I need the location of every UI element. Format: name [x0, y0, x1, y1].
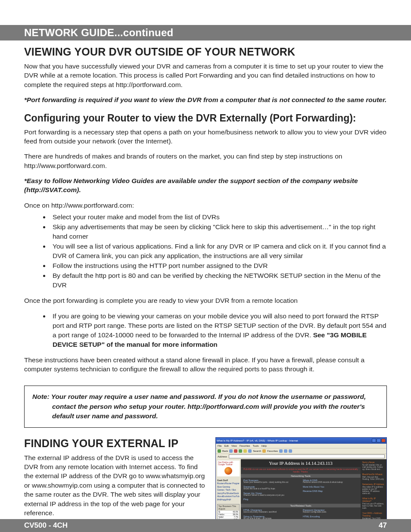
- section2-p3: Once on http://www.portforward.com:: [24, 201, 387, 210]
- tool-desc: Performs various DNS records & whois loo…: [303, 482, 358, 484]
- sidebar-link[interactable]: PHPHelp/PHP: [217, 498, 240, 502]
- search-icon[interactable]: [248, 449, 252, 453]
- print-icon[interactable]: [289, 449, 292, 453]
- section2-p1: Port forwarding is a necessary step that…: [24, 128, 387, 146]
- section2-list1: Select your router make and model from t…: [50, 212, 387, 290]
- menu-item[interactable]: Tools: [253, 445, 259, 447]
- section2-note: *Easy to follow Networking Video Guides …: [24, 176, 387, 195]
- history-icon[interactable]: [279, 449, 283, 453]
- stop-icon[interactable]: [234, 449, 237, 453]
- forward-icon[interactable]: [229, 449, 233, 453]
- tool-desc: Shows the route to a host/IP by hops: [243, 488, 299, 490]
- panel-title-networking: Networking Tools: [241, 474, 361, 478]
- ad-heading[interactable]: Sorry y'know: [362, 461, 385, 464]
- refresh-icon[interactable]: [239, 449, 242, 453]
- ad-text: Also takes IP & address guides to your I…: [362, 486, 385, 495]
- section3-text: FINDING YOUR EXTERNAL IP The external IP…: [24, 437, 206, 532]
- ip-heading: Your IP Address is 14.14.243.113: [241, 459, 361, 467]
- favorites-label: Favorites: [267, 450, 278, 452]
- tool-link[interactable]: Reverse DNS Map: [303, 490, 358, 492]
- section2-heading: Configuring your Router to view the DVR …: [24, 112, 387, 124]
- ad-heading[interactable]: BlackHostSir Whatsit: [362, 473, 385, 476]
- content-area: VIEWING YOUR DVR OUTSIDE OF YOUR NETWORK…: [0, 40, 411, 532]
- page-footer: CV500 - 4CH 47: [0, 519, 411, 532]
- ad-text: Meh, they got that; Hosting; Color; DNS …: [362, 476, 385, 480]
- window-title: What Is My IP Address? - IP (v4, v6, DNS…: [217, 439, 298, 442]
- ad-heading[interactable]: Your DNS + Address Tracking: [362, 512, 385, 517]
- note-box-text: Note: Your router may require a user nam…: [32, 392, 379, 421]
- tool-desc: Checks if server is dead to everyone or …: [243, 495, 299, 497]
- section2-list2: If you are going to be viewing your came…: [50, 311, 387, 349]
- tool-desc: Scans your firewall for ports - slowly w…: [243, 482, 299, 484]
- minimize-button[interactable]: [372, 439, 376, 442]
- promo-text: Get Firefox with Google Toolbar: [218, 461, 233, 466]
- panel-title-text: Text/Related Tools: [241, 504, 361, 507]
- sidebar-link[interactable]: Games / Tech / Slot: [217, 488, 240, 492]
- list-item: Select your router make and model from t…: [50, 212, 387, 222]
- section2-p4: Once the port forwarding is complete you…: [24, 296, 387, 305]
- sidebar-link[interactable]: AboutEvolution/YouTube: [217, 495, 240, 498]
- footer-page: 47: [379, 521, 387, 530]
- menu-item[interactable]: Help: [262, 445, 267, 447]
- menu-item[interactable]: Edit: [224, 445, 229, 447]
- firefox-icon: [224, 467, 232, 475]
- tool-link[interactable]: HTML Encoding: [303, 515, 358, 518]
- address-input[interactable]: [229, 454, 385, 458]
- section1-note: *Port forwarding is required if you want…: [24, 95, 387, 104]
- tool-link[interactable]: Ping: [243, 498, 299, 501]
- section1-heading: VIEWING YOUR DVR OUTSIDE OF YOUR NETWORK: [24, 46, 387, 58]
- sidebar-link[interactable]: Routers/Router Programs: [217, 482, 240, 485]
- window-titlebar: What Is My IP Address? - IP (v4, v6, DNS…: [216, 438, 386, 444]
- maximize-button[interactable]: [377, 439, 381, 442]
- footer-model: CV500 - 4CH: [24, 521, 68, 530]
- home-icon[interactable]: [243, 449, 247, 453]
- list-item: Follow the instructions using the HTTP p…: [50, 261, 387, 271]
- firefox-promo[interactable]: Get Firefox with Google Toolbar: [217, 460, 240, 476]
- address-bar: Address: [216, 454, 386, 459]
- note-box: Note: Your router may require a user nam…: [24, 386, 387, 427]
- sidebar-links: Geek Stuff Routers/Router Programs Slow …: [217, 479, 240, 502]
- browsers-header: Top Browsers This August: [218, 504, 239, 510]
- ad-text: Find out your IP address, learn to hide,…: [362, 503, 385, 509]
- mail-icon[interactable]: [284, 449, 287, 453]
- tool-desc: Random configurable pwds: [303, 511, 358, 513]
- search-label: Search: [253, 450, 261, 452]
- browser-screenshot: What Is My IP Address? - IP (v4, v6, DNS…: [215, 437, 387, 532]
- ad-heading[interactable]: Netsetsecu IP Address: [362, 483, 385, 485]
- tool-link[interactable]: More Info About You: [303, 485, 358, 488]
- panel-networking: Port ScannersScans your firewall for por…: [241, 478, 361, 504]
- page-header: NETWORK GUIDE...continued: [24, 27, 173, 39]
- section1-p1: Now that you have successfully viewed yo…: [24, 62, 387, 89]
- close-button[interactable]: [381, 439, 386, 442]
- back-icon[interactable]: [218, 449, 221, 453]
- section2-p2: There are hundreds of makes and brands o…: [24, 152, 387, 170]
- ad-text: No wifi needed; this on mail testing onl…: [362, 464, 385, 470]
- menu-item[interactable]: File: [218, 445, 222, 447]
- sidebar-link[interactable]: Slow Gaming: [217, 485, 240, 489]
- list-item: By default the http port is 80 and can b…: [50, 271, 387, 290]
- list-item: If you are going to be viewing your came…: [50, 311, 387, 349]
- window-controls: [372, 439, 386, 442]
- sidebar-link[interactable]: JazzyPro/ShutterStock &...: [217, 492, 240, 495]
- menu-item[interactable]: View: [231, 445, 237, 447]
- section2-p5: These instructions have been created wit…: [24, 355, 387, 374]
- back-label: Back: [222, 450, 228, 452]
- sidebar-header: Geek Stuff: [217, 479, 240, 482]
- section3-p1: The external IP address of the DVR is us…: [24, 453, 206, 518]
- header-bar: NETWORK GUIDE...continued: [0, 25, 411, 40]
- warning-text: PLEASE do not use our automated software…: [241, 467, 361, 474]
- list-item: You will see a list of various applicati…: [50, 242, 387, 261]
- menu-bar: File Edit View Favorites Tools Help: [216, 444, 386, 448]
- favorites-icon[interactable]: [262, 449, 266, 453]
- tool-desc: Use & only entity characters: ascii/html: [243, 511, 299, 513]
- browser-toolbar: Back Search Favorites: [216, 448, 386, 454]
- section3-row: FINDING YOUR EXTERNAL IP The external IP…: [24, 437, 387, 532]
- address-label: Address: [218, 455, 227, 458]
- menu-item[interactable]: Favorites: [240, 445, 250, 447]
- list-item: Skip any advertisements that may be seen…: [50, 222, 387, 241]
- section3-heading: FINDING YOUR EXTERNAL IP: [24, 437, 206, 450]
- ad-heading[interactable]: What Is My IP Address?: [362, 497, 385, 502]
